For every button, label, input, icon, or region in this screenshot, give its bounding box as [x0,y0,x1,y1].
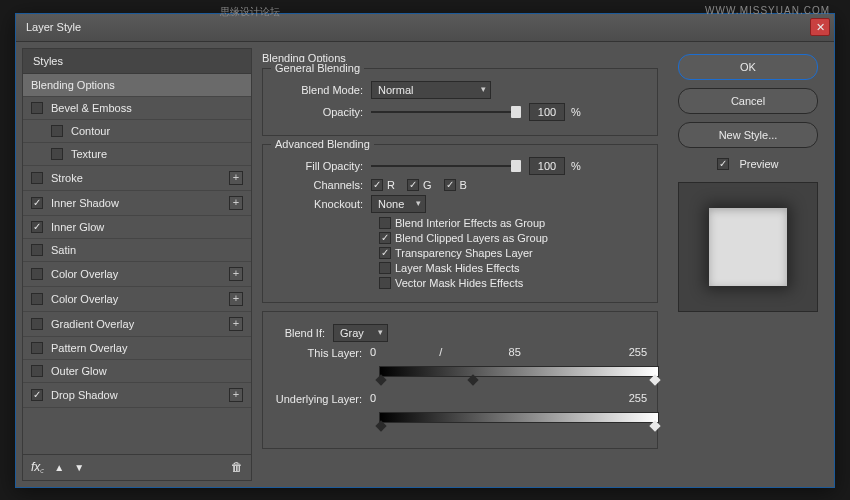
opacity-value[interactable]: 100 [529,103,565,121]
action-column: OK Cancel New Style... Preview [668,48,828,481]
style-item-satin[interactable]: Satin [23,239,251,262]
general-legend: General Blending [271,62,364,74]
style-item-label: Texture [71,148,243,160]
blend-mode-select[interactable]: Normal [371,81,491,99]
style-item-inner-shadow[interactable]: Inner Shadow+ [23,191,251,216]
trash-icon[interactable]: 🗑 [231,460,243,474]
preview-thumbnail [678,182,818,312]
adv-option-label: Layer Mask Hides Effects [395,262,520,274]
style-checkbox[interactable] [31,244,43,256]
style-item-stroke[interactable]: Stroke+ [23,166,251,191]
adv-option-checkbox[interactable] [379,262,391,274]
watermark-left: 思缘设计论坛 [220,5,280,19]
style-checkbox[interactable] [31,197,43,209]
adv-option-checkbox[interactable] [379,247,391,259]
style-checkbox[interactable] [31,342,43,354]
style-item-inner-glow[interactable]: Inner Glow [23,216,251,239]
underlying-layer-values: 0255 [370,392,647,404]
styles-footer: fx꜀ ▲ ▼ 🗑 [23,454,251,480]
channel-g-label: G [423,179,432,191]
adv-option-label: Transparency Shapes Layer [395,247,533,259]
style-checkbox[interactable] [31,268,43,280]
close-icon: ✕ [816,21,825,34]
adv-option-checkbox[interactable] [379,217,391,229]
titlebar: Layer Style ✕ [16,14,834,42]
style-checkbox[interactable] [51,148,63,160]
blend-mode-label: Blend Mode: [273,84,371,96]
channel-r-checkbox[interactable] [371,179,383,191]
style-checkbox[interactable] [31,365,43,377]
style-item-bevel-emboss[interactable]: Bevel & Emboss [23,97,251,120]
style-item-label: Pattern Overlay [51,342,243,354]
style-item-texture[interactable]: Texture [23,143,251,166]
style-checkbox[interactable] [51,125,63,137]
blend-if-select[interactable]: Gray [333,324,388,342]
fx-icon[interactable]: fx꜀ [31,460,44,474]
preview-label: Preview [739,158,778,170]
style-item-label: Inner Shadow [51,197,229,209]
adv-option-label: Vector Mask Hides Effects [395,277,523,289]
channel-b-checkbox[interactable] [444,179,456,191]
preview-checkbox[interactable] [717,158,729,170]
style-item-contour[interactable]: Contour [23,120,251,143]
style-item-label: Drop Shadow [51,389,229,401]
fill-pct: % [571,160,581,172]
cancel-button[interactable]: Cancel [678,88,818,114]
fill-opacity-label: Fill Opacity: [273,160,371,172]
opacity-pct: % [571,106,581,118]
close-button[interactable]: ✕ [810,18,830,36]
fill-opacity-value[interactable]: 100 [529,157,565,175]
style-item-drop-shadow[interactable]: Drop Shadow+ [23,383,251,408]
opacity-label: Opacity: [273,106,371,118]
style-item-gradient-overlay[interactable]: Gradient Overlay+ [23,312,251,337]
new-style-button[interactable]: New Style... [678,122,818,148]
style-checkbox[interactable] [31,389,43,401]
styles-header[interactable]: Styles [23,49,251,74]
style-item-color-overlay[interactable]: Color Overlay+ [23,287,251,312]
add-effect-icon[interactable]: + [229,388,243,402]
add-effect-icon[interactable]: + [229,317,243,331]
add-effect-icon[interactable]: + [229,292,243,306]
fill-opacity-slider[interactable] [371,159,521,173]
dialog-title: Layer Style [26,21,81,33]
style-item-blending-options[interactable]: Blending Options [23,74,251,97]
style-checkbox[interactable] [31,172,43,184]
style-checkbox[interactable] [31,221,43,233]
adv-option-checkbox[interactable] [379,232,391,244]
adv-option-row: Vector Mask Hides Effects [379,277,647,289]
style-list: Blending OptionsBevel & EmbossContourTex… [23,74,251,454]
style-item-label: Bevel & Emboss [51,102,243,114]
move-down-icon[interactable]: ▼ [74,462,84,473]
layer-style-dialog: Layer Style ✕ Styles Blending OptionsBev… [15,13,835,488]
style-item-label: Inner Glow [51,221,243,233]
adv-option-row: Blend Interior Effects as Group [379,217,647,229]
style-checkbox[interactable] [31,293,43,305]
style-checkbox[interactable] [31,102,43,114]
style-item-color-overlay[interactable]: Color Overlay+ [23,262,251,287]
underlying-layer-slider[interactable] [379,410,659,428]
knockout-select[interactable]: None [371,195,426,213]
blend-if-group: Blend If: Gray This Layer: 0/85255 Under… [262,311,658,449]
adv-option-checkbox[interactable] [379,277,391,289]
style-item-pattern-overlay[interactable]: Pattern Overlay [23,337,251,360]
adv-option-label: Blend Clipped Layers as Group [395,232,548,244]
channel-g-checkbox[interactable] [407,179,419,191]
style-item-label: Outer Glow [51,365,243,377]
style-item-label: Color Overlay [51,268,229,280]
this-layer-slider[interactable] [379,364,659,382]
adv-option-label: Blend Interior Effects as Group [395,217,545,229]
add-effect-icon[interactable]: + [229,171,243,185]
advanced-legend: Advanced Blending [271,138,374,150]
this-layer-label: This Layer: [273,347,370,359]
add-effect-icon[interactable]: + [229,267,243,281]
style-item-label: Satin [51,244,243,256]
general-blending-group: General Blending Blend Mode: Normal Opac… [262,68,658,136]
ok-button[interactable]: OK [678,54,818,80]
add-effect-icon[interactable]: + [229,196,243,210]
style-checkbox[interactable] [31,318,43,330]
adv-option-row: Transparency Shapes Layer [379,247,647,259]
move-up-icon[interactable]: ▲ [54,462,64,473]
opacity-slider[interactable] [371,105,521,119]
style-item-outer-glow[interactable]: Outer Glow [23,360,251,383]
style-item-label: Contour [71,125,243,137]
